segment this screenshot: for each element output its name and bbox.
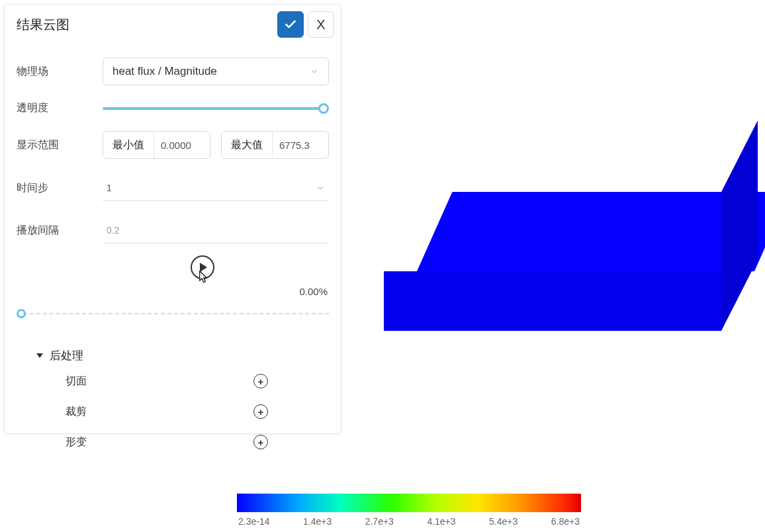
- opacity-slider[interactable]: [103, 102, 329, 115]
- plus-icon: +: [258, 406, 264, 418]
- solid-top-face: [417, 192, 765, 271]
- interval-label: 播放间隔: [17, 224, 103, 238]
- opacity-track: [103, 107, 329, 110]
- tree-item-label: 形变: [66, 435, 87, 449]
- tick-label: 6.8e+3: [551, 516, 580, 527]
- tree-item-deform[interactable]: 形变 +: [36, 429, 329, 455]
- progress-percent: 0.00%: [299, 286, 328, 297]
- opacity-thumb[interactable]: [318, 103, 329, 114]
- close-button[interactable]: X: [308, 11, 334, 38]
- postprocess-label: 后处理: [50, 348, 83, 363]
- panel-body: 物理场 heat flux / Magnitude 透明度 显示范围: [5, 46, 341, 459]
- add-deform-button[interactable]: +: [253, 435, 268, 449]
- add-slice-button[interactable]: +: [253, 374, 268, 388]
- min-label: 最小值: [103, 132, 154, 158]
- row-physics-field: 物理场 heat flux / Magnitude: [17, 58, 329, 85]
- close-icon: X: [316, 17, 325, 32]
- max-input[interactable]: 6775.3: [273, 132, 328, 158]
- tree-item-label: 切面: [66, 375, 87, 388]
- solid-side-face: [721, 120, 758, 331]
- plus-icon: +: [258, 376, 264, 387]
- panel-header: 结果云图 X: [5, 5, 341, 46]
- tree-item-label: 裁剪: [66, 405, 87, 419]
- tick-label: 2.3e-14: [238, 516, 269, 527]
- result-cloud-panel: 结果云图 X 物理场 heat flux / Magnitude 透明度: [4, 4, 341, 434]
- physics-field-label: 物理场: [17, 65, 103, 79]
- physics-field-value: heat flux / Magnitude: [112, 65, 217, 78]
- tree-item-slice[interactable]: 切面 +: [36, 369, 329, 394]
- panel-actions: X: [277, 11, 334, 38]
- timeline-thumb[interactable]: [17, 309, 26, 318]
- result-solid[interactable]: [384, 192, 754, 337]
- range-label: 显示范围: [17, 138, 103, 152]
- row-interval: 播放间隔 0.2: [17, 217, 329, 244]
- physics-field-select[interactable]: heat flux / Magnitude: [103, 58, 329, 85]
- check-icon: [284, 18, 297, 31]
- max-label: 最大值: [222, 132, 273, 158]
- timestep-label: 时间步: [17, 181, 103, 195]
- chevron-down-icon: [310, 67, 319, 76]
- postprocess-tree: 后处理 切面 + 裁剪 + 形变 +: [17, 348, 329, 455]
- tick-label: 1.4e+3: [303, 516, 332, 527]
- plus-icon: +: [258, 437, 264, 448]
- solid-front-face: [384, 271, 721, 331]
- opacity-label: 透明度: [17, 101, 103, 115]
- timeline-track: [17, 313, 329, 314]
- chevron-down-icon: [316, 183, 325, 193]
- tree-item-clip[interactable]: 裁剪 +: [36, 399, 329, 424]
- row-opacity: 透明度: [17, 101, 329, 115]
- color-gradient: [237, 494, 581, 512]
- add-clip-button[interactable]: +: [253, 404, 268, 419]
- color-legend: 2.3e-14 1.4e+3 2.7e+3 4.1e+3 5.4e+3 6.8e…: [237, 494, 581, 527]
- tick-label: 2.7e+3: [365, 516, 394, 527]
- row-range: 显示范围 最小值 0.0000 最大值 6775.3: [17, 131, 329, 159]
- tick-label: 4.1e+3: [427, 516, 455, 527]
- 3d-viewport[interactable]: [351, 0, 765, 532]
- color-ticks: 2.3e-14 1.4e+3 2.7e+3 4.1e+3 5.4e+3 6.8e…: [237, 516, 581, 527]
- cursor-pointer-icon: [195, 269, 210, 287]
- timeline-slider[interactable]: [17, 306, 329, 322]
- interval-input[interactable]: 0.2: [103, 217, 329, 244]
- min-value-group: 最小值 0.0000: [103, 131, 210, 159]
- postprocess-header[interactable]: 后处理: [36, 348, 329, 363]
- max-value-group: 最大值 6775.3: [221, 131, 329, 159]
- tick-label: 5.4e+3: [489, 516, 518, 527]
- panel-title: 结果云图: [17, 16, 69, 34]
- play-row: 0.00%: [17, 255, 329, 302]
- row-timestep: 时间步 1: [17, 175, 329, 201]
- play-button[interactable]: [191, 255, 214, 279]
- min-input[interactable]: 0.0000: [154, 132, 210, 158]
- timestep-select[interactable]: 1: [103, 175, 329, 201]
- confirm-button[interactable]: [277, 11, 304, 38]
- triangle-down-icon: [36, 353, 43, 358]
- timestep-value: 1: [107, 183, 112, 193]
